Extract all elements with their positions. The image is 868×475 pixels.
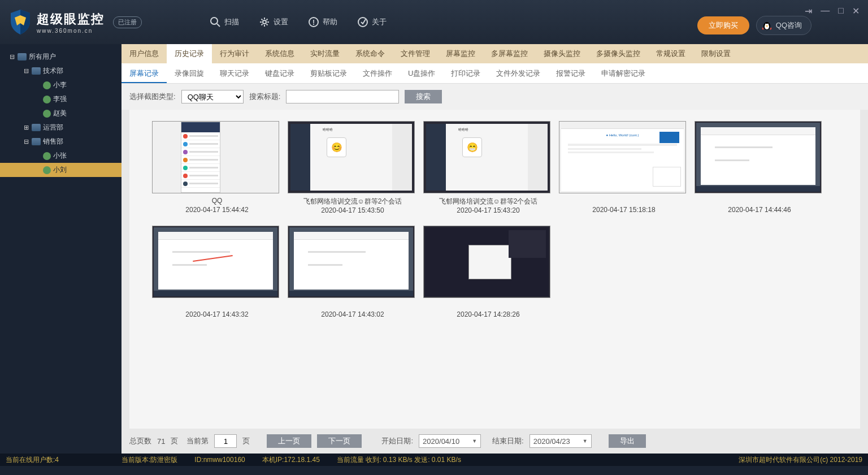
primary-tab[interactable]: 多屏幕监控 xyxy=(483,44,536,63)
close-icon[interactable]: ✕ xyxy=(852,6,860,16)
type-select[interactable]: QQ聊天 xyxy=(181,90,244,103)
thumbnail-timestamp: 2020-04-17 14:43:32 xyxy=(152,310,282,318)
group-tree-node[interactable]: ⊟销售部 xyxy=(0,135,121,149)
start-date-input[interactable]: 2020/04/10▼ xyxy=(419,434,481,448)
thumbnail-title xyxy=(695,197,824,206)
registered-badge: 已注册 xyxy=(113,16,142,28)
secondary-tab[interactable]: 申请解密记录 xyxy=(593,63,653,83)
secondary-tab[interactable]: 屏幕记录 xyxy=(121,63,167,83)
primary-tab[interactable]: 屏幕监控 xyxy=(438,44,483,63)
primary-tab[interactable]: 文件管理 xyxy=(393,44,438,63)
user-tree: ⊟所有用户⊟技术部小李李强赵美⊞运营部⊟销售部小张小刘 xyxy=(0,44,121,454)
about-icon xyxy=(357,16,368,28)
scan-button[interactable]: 扫描 xyxy=(210,16,239,28)
app-subtitle: www.360mon.cn xyxy=(37,28,105,34)
search-icon xyxy=(210,16,221,28)
end-date-input[interactable]: 2020/04/23▼ xyxy=(530,434,592,448)
about-button[interactable]: 关于 xyxy=(357,16,387,28)
thumbnail-title xyxy=(288,301,418,310)
secondary-tab[interactable]: 键盘记录 xyxy=(257,63,302,83)
ip-info: 本机IP:172.18.1.45 xyxy=(262,455,320,465)
secondary-tab[interactable]: 报警记录 xyxy=(548,63,593,83)
window-controls: ⇥ — □ ✕ xyxy=(805,6,860,16)
buy-now-button[interactable]: 立即购买 xyxy=(697,16,749,34)
screenshot-thumbnail[interactable]: 2020-04-17 14:43:02 xyxy=(288,226,418,318)
user-icon xyxy=(43,81,51,89)
primary-tab[interactable]: 限制设置 xyxy=(693,44,739,63)
user-tree-node[interactable]: 小刘 xyxy=(0,163,121,177)
id-info: ID:nmww100160 xyxy=(194,456,245,464)
filter-bar: 选择截图类型: QQ聊天 搜索标题: 搜索 xyxy=(121,84,868,110)
primary-tab[interactable]: 系统命令 xyxy=(348,44,393,63)
chevron-down-icon: ▼ xyxy=(472,438,477,444)
thumbnail-title: 飞郁网络培训交流☺群等2个会话 xyxy=(288,197,418,206)
primary-tab[interactable]: 多摄像头监控 xyxy=(588,44,648,63)
qq-penguin-icon xyxy=(761,20,772,31)
user-tree-node[interactable]: 李强 xyxy=(0,92,121,106)
search-title-input[interactable] xyxy=(286,90,399,103)
title-bar: 超级眼监控 www.360mon.cn 已注册 扫描 设置 ! 帮助 关于 立即… xyxy=(0,0,868,44)
svg-text:!: ! xyxy=(313,19,315,27)
group-tree-node[interactable]: ⊟所有用户 xyxy=(0,50,121,64)
thumbnail-title: 飞郁网络培训交流☺群等2个会话 xyxy=(423,197,553,206)
monitor-icon xyxy=(32,124,41,131)
secondary-tab[interactable]: 剪贴板记录 xyxy=(302,63,355,83)
minimize-icon[interactable]: — xyxy=(821,6,830,16)
user-tree-node[interactable]: 赵美 xyxy=(0,106,121,120)
monitor-icon xyxy=(32,67,41,75)
search-button[interactable]: 搜索 xyxy=(405,90,442,103)
next-page-button[interactable]: 下一页 xyxy=(317,434,362,448)
primary-tab[interactable]: 摄像头监控 xyxy=(536,44,588,63)
screenshot-thumbnail[interactable]: 2020-04-17 14:28:26 xyxy=(423,226,553,318)
thumbnail-timestamp: 2020-04-17 14:28:26 xyxy=(423,310,553,318)
primary-tab[interactable]: 用户信息 xyxy=(121,44,167,63)
svg-point-9 xyxy=(767,24,769,25)
thumbnail-title xyxy=(423,301,553,310)
export-button[interactable]: 导出 xyxy=(609,434,646,448)
user-icon xyxy=(43,110,51,118)
primary-tab[interactable]: 实时流量 xyxy=(302,44,348,63)
chevron-down-icon: ▼ xyxy=(583,438,588,444)
svg-line-1 xyxy=(217,24,220,27)
secondary-tab[interactable]: U盘操作 xyxy=(400,63,443,83)
prev-page-button[interactable]: 上一页 xyxy=(267,434,311,448)
screenshot-thumbnail[interactable]: 😊哈哈哈飞郁网络培训交流☺群等2个会话2020-04-17 15:43:50 xyxy=(288,121,418,214)
screenshot-thumbnail[interactable]: QQ2020-04-17 15:44:42 xyxy=(152,121,282,214)
version-info: 当前版本:防泄密版 xyxy=(121,455,177,465)
online-count: 当前在线用户数:4 xyxy=(6,455,121,465)
copyright: 深圳市超时代软件有限公司(c) 2012-2019 xyxy=(739,455,862,465)
thumbnail-timestamp: 2020-04-17 15:44:42 xyxy=(152,206,282,214)
maximize-icon[interactable]: □ xyxy=(838,6,844,16)
screenshot-thumbnail[interactable]: 😁哈哈哈飞郁网络培训交流☺群等2个会话2020-04-17 15:43:20 xyxy=(423,121,553,214)
help-icon: ! xyxy=(308,16,319,28)
screenshot-thumbnail[interactable]: 2020-04-17 14:43:32 xyxy=(152,226,282,318)
user-tree-node[interactable]: 小张 xyxy=(0,149,121,163)
logout-icon[interactable]: ⇥ xyxy=(805,6,812,16)
group-tree-node[interactable]: ⊟技术部 xyxy=(0,64,121,78)
thumbnail-timestamp: 2020-04-17 15:18:18 xyxy=(559,206,689,214)
qq-consult-button[interactable]: QQ咨询 xyxy=(756,16,811,35)
thumbnail-title: QQ xyxy=(152,197,282,206)
secondary-tab[interactable]: 打印记录 xyxy=(443,63,488,83)
primary-tab[interactable]: 系统信息 xyxy=(257,44,302,63)
primary-tab[interactable]: 行为审计 xyxy=(212,44,257,63)
settings-button[interactable]: 设置 xyxy=(259,16,288,28)
secondary-tab[interactable]: 文件外发记录 xyxy=(488,63,548,83)
secondary-tab[interactable]: 聊天记录 xyxy=(212,63,257,83)
primary-tab[interactable]: 历史记录 xyxy=(167,44,212,63)
help-button[interactable]: ! 帮助 xyxy=(308,16,337,28)
primary-tab[interactable]: 常规设置 xyxy=(648,44,693,63)
screenshot-thumbnail[interactable]: 2020-04-17 14:44:46 xyxy=(695,121,824,214)
screenshot-thumbnail[interactable]: ● Hello, World! (cont.)2020-04-17 15:18:… xyxy=(559,121,689,214)
user-icon xyxy=(43,166,51,174)
user-tree-node[interactable]: 小李 xyxy=(0,78,121,92)
pagination-bar: 总页数 71 页 当前第 页 上一页 下一页 开始日期: 2020/04/10▼… xyxy=(121,429,868,454)
thumbnail-title xyxy=(559,197,689,206)
secondary-tab[interactable]: 文件操作 xyxy=(355,63,400,83)
gear-icon xyxy=(259,16,270,28)
secondary-tab[interactable]: 录像回旋 xyxy=(167,63,212,83)
thumbnail-title xyxy=(152,301,282,310)
current-page-input[interactable] xyxy=(214,434,237,448)
user-icon xyxy=(43,96,51,103)
group-tree-node[interactable]: ⊞运营部 xyxy=(0,120,121,135)
